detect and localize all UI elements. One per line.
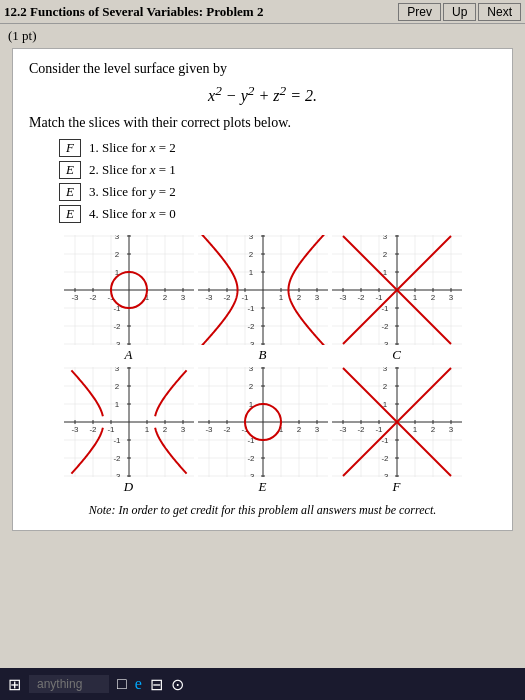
slice-label-1: 1. Slice for x = 2 [89, 140, 176, 156]
graph-E-container: E [198, 367, 328, 495]
page-title: 12.2 Functions of Several Variables: Pro… [4, 4, 396, 20]
slice-answer-2[interactable]: E [59, 161, 81, 179]
slice-label-2: 2. Slice for x = 1 [89, 162, 176, 178]
problem-box: Consider the level surface given by x2 −… [12, 48, 513, 531]
graph-F [332, 367, 462, 477]
slice-answer-1[interactable]: F [59, 139, 81, 157]
slice-answer-4[interactable]: E [59, 205, 81, 223]
slice-answer-3[interactable]: E [59, 183, 81, 201]
list-item: E 3. Slice for y = 2 [59, 183, 496, 201]
list-item: E 4. Slice for x = 0 [59, 205, 496, 223]
minimize-icon[interactable]: ⊟ [150, 675, 163, 694]
edge-icon[interactable]: e [135, 675, 142, 693]
main-content: (1 pt) Consider the level surface given … [0, 24, 525, 668]
equation: x2 − y2 + z2 = 2. [29, 83, 496, 105]
point-label: (1 pt) [8, 28, 517, 44]
graph-F-container: F [332, 367, 462, 495]
graph-B-container: B [198, 235, 328, 363]
up-button[interactable]: Up [443, 3, 476, 21]
consider-text: Consider the level surface given by [29, 61, 496, 77]
graph-D-label: D [124, 479, 133, 495]
graph-C-label: C [392, 347, 401, 363]
prev-button[interactable]: Prev [398, 3, 441, 21]
slice-label-4: 4. Slice for x = 0 [89, 206, 176, 222]
task-view-icon[interactable]: □ [117, 675, 127, 693]
graph-C-container: C [332, 235, 462, 363]
slice-label-3: 3. Slice for y = 2 [89, 184, 176, 200]
top-nav-bar: 12.2 Functions of Several Variables: Pro… [0, 0, 525, 24]
note-text: Note: In order to get credit for this pr… [29, 503, 496, 518]
graph-A-container: A [64, 235, 194, 363]
graphs-row-2: D E F [29, 367, 496, 495]
settings-icon[interactable]: ⊙ [171, 675, 184, 694]
graph-A-label: A [125, 347, 133, 363]
taskbar-search[interactable] [29, 675, 109, 693]
graph-D-container: D [64, 367, 194, 495]
graphs-section: A B C D E [29, 235, 496, 495]
graph-E-label: E [259, 479, 267, 495]
windows-icon[interactable]: ⊞ [8, 675, 21, 694]
graph-B-label: B [259, 347, 267, 363]
graph-B [198, 235, 328, 345]
taskbar: ⊞ □ e ⊟ ⊙ [0, 668, 525, 700]
graph-F-label: F [393, 479, 401, 495]
match-text: Match the slices with their correct plot… [29, 115, 496, 131]
next-button[interactable]: Next [478, 3, 521, 21]
list-item: F 1. Slice for x = 2 [59, 139, 496, 157]
graph-A [64, 235, 194, 345]
graph-C [332, 235, 462, 345]
graph-E [198, 367, 328, 477]
slices-table: F 1. Slice for x = 2 E 2. Slice for x = … [59, 139, 496, 223]
list-item: E 2. Slice for x = 1 [59, 161, 496, 179]
graphs-row-1: A B C [29, 235, 496, 363]
graph-D [64, 367, 194, 477]
